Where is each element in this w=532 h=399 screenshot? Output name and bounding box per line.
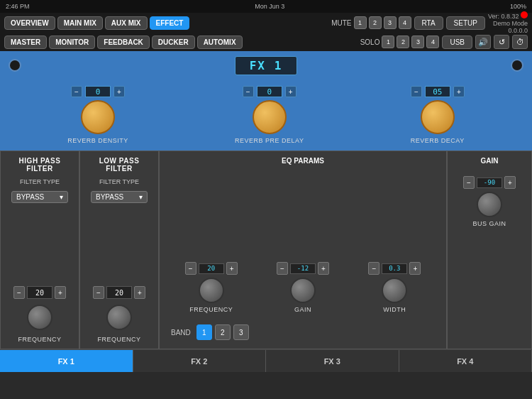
hp-freq-label: FREQUENCY — [18, 336, 61, 343]
date-display: Mon Jun 3 — [255, 3, 284, 10]
eq-width-value: 0.3 — [382, 263, 407, 274]
eq-freq-knob[interactable] — [199, 278, 224, 303]
band-btn-1[interactable]: 1 — [196, 324, 212, 340]
bottom-tabs: FX 1 FX 2 FX 3 FX 4 — [0, 349, 532, 372]
hp-filter-value: BYPASS — [16, 193, 44, 201]
reverb-decay-inc[interactable]: + — [453, 86, 465, 97]
reverb-pre-delay-label: REVERB PRE DELAY — [235, 137, 304, 144]
red-indicator — [521, 11, 528, 18]
eq-width-dec[interactable]: − — [368, 262, 379, 275]
eq-freq-dec[interactable]: − — [185, 262, 196, 275]
fx-left-indicator — [9, 59, 21, 72]
reverb-density-knob[interactable] — [81, 100, 115, 134]
nav-effect[interactable]: EFFECT — [150, 16, 190, 30]
tab-fx1[interactable]: FX 1 — [0, 350, 133, 372]
refresh-icon-button[interactable]: ↺ — [494, 35, 509, 49]
icon-buttons: 🔊 ↺ ⏱ — [475, 35, 528, 49]
fx-right-indicator — [511, 59, 523, 72]
tab-fx3[interactable]: FX 3 — [266, 350, 399, 372]
eq-params-title: EQ PARAMS — [165, 157, 440, 165]
solo-btn-3[interactable]: 3 — [411, 35, 424, 48]
demo-mode-label: Demo Mode — [488, 20, 528, 27]
nav-overview[interactable]: OVERVIEW — [4, 16, 55, 30]
speaker-icon-button[interactable]: 🔊 — [475, 35, 491, 49]
reverb-pre-delay-dec[interactable]: − — [243, 86, 254, 97]
eq-gain-inc[interactable]: + — [318, 262, 329, 275]
eq-params-panel: EQ PARAMS − 20 + FREQUENCY − -12 + — [159, 151, 447, 349]
mute-solo-section: MUTE 1 2 3 4 — [331, 16, 411, 29]
mute-btn-4[interactable]: 4 — [399, 16, 411, 29]
low-pass-filter-panel: LOW PASS FILTER FILTER TYPE BYPASS ▾ − 2… — [79, 151, 159, 349]
hp-filter-type-label: FILTER TYPE — [20, 178, 60, 185]
clock-icon-button[interactable]: ⏱ — [512, 35, 528, 49]
reverb-density-controls: − 0 + — [71, 86, 125, 97]
reverb-pre-delay-value: 0 — [257, 86, 282, 97]
eq-gain-label: GAIN — [294, 306, 311, 313]
rta-button[interactable]: RTA — [414, 16, 443, 30]
mute-btn-3[interactable]: 3 — [384, 16, 397, 29]
mute-btn-1[interactable]: 1 — [354, 16, 367, 29]
bus-gain-value: -90 — [477, 177, 502, 188]
hp-filter-title: HIGH PASS FILTER — [6, 157, 73, 173]
tab-fx4[interactable]: FX 4 — [399, 350, 533, 372]
eq-freq-inc[interactable]: + — [226, 262, 238, 275]
bus-gain-knob[interactable] — [477, 192, 502, 217]
reverb-decay-label: REVERB DECAY — [411, 137, 465, 144]
eq-width-controls: − 0.3 + — [368, 262, 421, 275]
solo-btn-1[interactable]: 1 — [382, 35, 394, 48]
eq-gain-value: -12 — [290, 263, 316, 274]
bus-gain-inc[interactable]: + — [504, 176, 516, 189]
eq-freq-label: FREQUENCY — [189, 306, 233, 313]
eq-width-inc[interactable]: + — [409, 262, 421, 275]
eq-gain-dec[interactable]: − — [277, 262, 288, 275]
reverb-density-dec[interactable]: − — [71, 86, 82, 97]
nav-main-mix[interactable]: MAIN MIX — [57, 16, 103, 30]
nav-master[interactable]: MASTER — [4, 35, 47, 49]
eq-freq-controls: − 20 + — [185, 262, 238, 275]
nav-automix[interactable]: AUTOMIX — [197, 35, 243, 49]
lp-freq-knob[interactable] — [106, 305, 132, 330]
eq-width-knob[interactable] — [382, 278, 407, 303]
nav-aux-mix[interactable]: AUX MIX — [105, 16, 148, 30]
reverb-density-inc[interactable]: + — [113, 86, 125, 97]
hp-filter-dropdown[interactable]: BYPASS ▾ — [11, 191, 68, 203]
reverb-decay-value: 05 — [425, 86, 450, 97]
mute-group: MUTE 1 2 3 4 — [331, 16, 411, 29]
lp-filter-dropdown[interactable]: BYPASS ▾ — [91, 191, 148, 203]
hp-freq-value: 20 — [27, 286, 52, 299]
band-btn-3[interactable]: 3 — [233, 324, 249, 340]
hp-freq-dec[interactable]: − — [13, 286, 25, 299]
version-info: Ver: 0.8.32 Demo Mode 0.0.0.0 — [488, 11, 528, 34]
solo-group: SOLO 1 2 3 4 — [360, 35, 440, 48]
bus-gain-dec[interactable]: − — [463, 176, 475, 189]
eq-freq-value: 20 — [199, 263, 224, 274]
tab-fx2[interactable]: FX 2 — [133, 350, 267, 372]
lp-freq-dec[interactable]: − — [93, 286, 104, 299]
setup-button[interactable]: SETUP — [446, 16, 485, 30]
reverb-pre-delay-knob[interactable] — [253, 100, 287, 134]
mute-btn-2[interactable]: 2 — [369, 16, 382, 29]
eq-frequency-col: − 20 + FREQUENCY — [185, 262, 238, 313]
gain-panel: GAIN − -90 + BUS GAIN — [447, 151, 532, 349]
band-btn-2[interactable]: 2 — [215, 324, 231, 340]
usb-button[interactable]: USB — [442, 35, 472, 49]
reverb-density-label: REVERB DENSITY — [67, 137, 128, 144]
nav-monitor[interactable]: MONITOR — [49, 35, 95, 49]
solo-btn-2[interactable]: 2 — [397, 35, 409, 48]
reverb-decay-group: − 05 + REVERB DECAY — [411, 86, 465, 144]
reverb-density-value: 0 — [85, 86, 111, 97]
eq-gain-knob[interactable] — [290, 278, 316, 303]
lp-freq-inc[interactable]: + — [134, 286, 145, 299]
nav-ducker[interactable]: DUCKER — [152, 35, 195, 49]
lp-freq-label: FREQUENCY — [97, 336, 140, 343]
solo-btn-4[interactable]: 4 — [426, 35, 439, 48]
lp-filter-value: BYPASS — [96, 193, 123, 201]
reverb-pre-delay-inc[interactable]: + — [285, 86, 297, 97]
reverb-decay-knob[interactable] — [421, 100, 455, 134]
reverb-pre-delay-group: − 0 + REVERB PRE DELAY — [235, 86, 304, 144]
nav-feedback[interactable]: FEEDBACK — [97, 35, 150, 49]
lp-filter-type-label: FILTER TYPE — [99, 178, 139, 185]
hp-freq-inc[interactable]: + — [55, 286, 66, 299]
reverb-decay-dec[interactable]: − — [411, 86, 422, 97]
hp-freq-knob[interactable] — [27, 305, 52, 330]
